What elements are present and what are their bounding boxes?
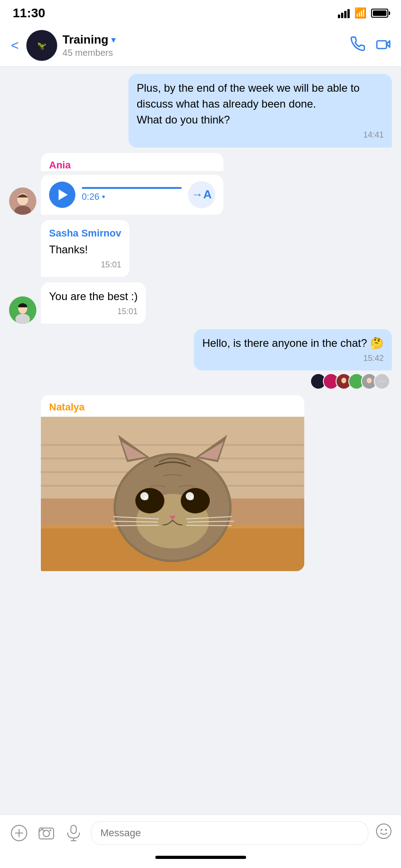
seen-more: ··· (374, 373, 390, 390)
home-indicator (0, 851, 401, 868)
translate-button[interactable]: →A (188, 181, 215, 208)
voice-bubble: 0:26 • →A (41, 175, 223, 215)
received-bubble: Sasha Smirnov Thanks! 15:01 (41, 220, 129, 277)
svg-point-55 (385, 829, 387, 831)
status-icons: 📶 (338, 7, 388, 19)
seen-row: ··· (9, 373, 392, 390)
voice-waveform (82, 187, 182, 189)
message-row: You are the best :) 15:01 (9, 282, 392, 324)
chat-area: Plus, by the end of the week we will be … (0, 67, 401, 814)
message-input[interactable] (91, 821, 368, 845)
received-bubble: You are the best :) 15:01 (41, 282, 146, 324)
message-time: 15:01 (49, 306, 138, 317)
natalya-bubble: Natalya (41, 395, 304, 571)
chevron-down-icon: ▾ (111, 35, 115, 45)
svg-point-35 (144, 496, 149, 500)
avatar (9, 187, 36, 215)
message-time: 15:42 (202, 353, 384, 364)
svg-point-10 (367, 378, 372, 383)
svg-rect-18 (41, 444, 304, 446)
cat-image (41, 417, 304, 571)
group-members-count: 45 members (63, 48, 345, 58)
back-button[interactable]: < (9, 37, 21, 54)
chat-header: < 🦖 Training ▾ 45 members (0, 25, 401, 67)
voice-info: 0:26 • (82, 187, 182, 202)
call-button[interactable] (350, 36, 366, 55)
message-row: Ania 0:26 • →A (9, 153, 392, 215)
svg-rect-50 (71, 825, 76, 833)
translate-icon: →A (192, 187, 212, 202)
message-row: Natalya (9, 395, 392, 571)
wifi-icon: 📶 (354, 7, 366, 19)
input-bar (0, 814, 401, 851)
svg-rect-0 (377, 40, 386, 48)
sent-bubble: Hello, is there anyone in the chat? 🤔 15… (194, 329, 392, 370)
message-text: Plus, by the end of the week we will be … (137, 80, 384, 128)
message-time: 15:01 (49, 259, 121, 271)
status-time: 11:30 (13, 6, 45, 20)
svg-point-36 (189, 496, 194, 500)
svg-rect-8 (18, 306, 27, 307)
svg-line-43 (186, 525, 232, 526)
svg-point-31 (135, 488, 164, 513)
microphone-button[interactable] (64, 823, 84, 843)
natalya-header: Natalya (41, 395, 304, 417)
svg-point-13 (342, 378, 347, 383)
header-actions (350, 36, 392, 55)
seen-avatars: ··· (310, 373, 390, 390)
voice-duration: 0:26 • (82, 192, 182, 202)
message-row: Hello, is there anyone in the chat? 🤔 15… (9, 329, 392, 370)
sender-name: Natalya (49, 401, 84, 413)
svg-point-49 (50, 829, 51, 831)
sent-bubble: Plus, by the end of the week we will be … (129, 74, 392, 148)
group-avatar: 🦖 (26, 30, 57, 61)
svg-point-54 (381, 829, 382, 831)
group-name[interactable]: Training ▾ (63, 33, 345, 47)
message-text: Thanks! (49, 242, 121, 257)
group-avatar-emoji: 🦖 (37, 41, 46, 50)
avatar (9, 296, 36, 324)
emoji-button[interactable] (376, 823, 392, 843)
signal-bars-icon (338, 8, 350, 18)
message-row: Plus, by the end of the week we will be … (9, 74, 392, 148)
photo-button[interactable] (36, 823, 56, 843)
video-call-button[interactable] (375, 36, 392, 55)
play-button[interactable] (49, 182, 75, 208)
add-button[interactable] (9, 823, 29, 843)
status-bar: 11:30 📶 (0, 0, 401, 25)
group-info: Training ▾ 45 members (63, 33, 345, 58)
svg-line-40 (114, 525, 159, 526)
battery-icon (371, 9, 388, 18)
message-text: You are the best :) (49, 289, 138, 304)
svg-point-32 (181, 488, 210, 513)
sender-name: Sasha Smirnov (49, 227, 121, 241)
message-row: Sasha Smirnov Thanks! 15:01 (9, 220, 392, 277)
home-bar (155, 856, 246, 859)
message-text: Hello, is there anyone in the chat? 🤔 (202, 335, 384, 351)
voice-message-bubble: Ania 0:26 • →A (41, 153, 223, 215)
svg-point-53 (376, 824, 391, 838)
message-time: 14:41 (137, 129, 384, 141)
